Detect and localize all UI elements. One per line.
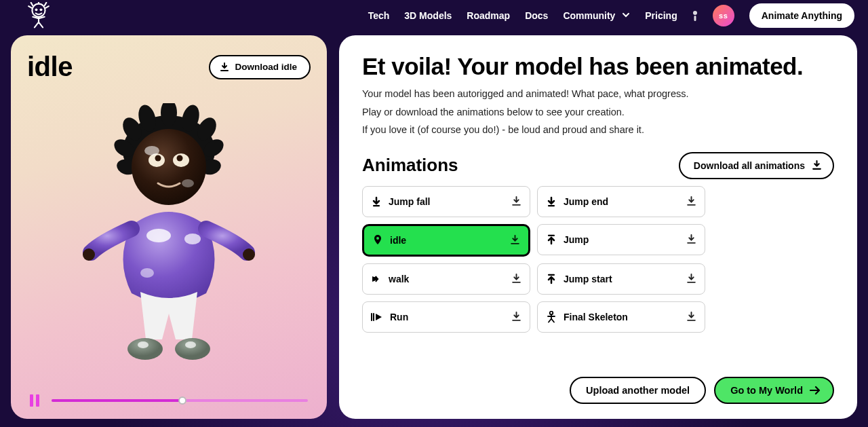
up-arrow-icon (546, 234, 557, 245)
download-icon (812, 160, 822, 170)
down-arrow-icon (371, 196, 382, 207)
nav-link-community[interactable]: Community (563, 10, 630, 21)
svg-point-24 (140, 268, 154, 278)
nav-link-docs[interactable]: Docs (525, 10, 548, 21)
animation-tile-label: idle (390, 235, 502, 246)
arrow-right-icon (810, 386, 821, 395)
person-icon (546, 311, 557, 323)
svg-point-21 (182, 179, 194, 187)
download-icon[interactable] (511, 312, 521, 322)
svg-point-26 (243, 248, 255, 261)
pause-button[interactable] (30, 394, 41, 407)
main: idle Download idle (0, 31, 868, 427)
svg-rect-31 (373, 205, 380, 206)
svg-rect-4 (694, 16, 696, 21)
svg-point-27 (127, 338, 163, 360)
animations-heading: Animations (362, 155, 458, 176)
svg-point-25 (83, 248, 95, 261)
animation-tile-label: Final Skeleton (564, 312, 679, 322)
svg-point-30 (185, 341, 196, 348)
nav-link-3dmodels[interactable]: 3D Models (404, 10, 452, 21)
animation-tile-label: Jump (564, 234, 679, 245)
pin-icon (372, 234, 383, 246)
animation-tile-label: Jump start (564, 274, 679, 284)
svg-point-18 (155, 155, 161, 162)
animation-tile-skeleton[interactable]: Final Skeleton (537, 301, 705, 333)
mascot-icon (16, 2, 61, 29)
svg-point-15 (132, 129, 206, 205)
animation-tile-idle[interactable]: idle (362, 224, 530, 257)
animate-anything-button[interactable]: Animate Anything (749, 3, 854, 28)
upload-another-button[interactable]: Upload another model (570, 377, 706, 404)
up-arrow-icon (546, 274, 557, 284)
top-nav: Tech 3D Models Roadmap Docs Community Pr… (0, 0, 868, 31)
animation-grid: Jump fallJump endidleJumpwalkJump startR… (362, 186, 834, 333)
download-icon[interactable] (686, 312, 696, 322)
svg-point-33 (376, 237, 379, 240)
notification-icon[interactable] (692, 10, 698, 21)
preview-stage[interactable] (11, 86, 327, 419)
results-panel: Et voila! Your model has been animated. … (339, 35, 857, 419)
animation-tile-jump-end[interactable]: Jump end (537, 186, 705, 217)
animation-tile-jump[interactable]: Jump (537, 224, 705, 255)
nav-link-tech[interactable]: Tech (368, 10, 390, 21)
download-icon[interactable] (686, 234, 696, 245)
animation-tile-jump-start[interactable]: Jump start (537, 263, 705, 295)
svg-point-28 (175, 338, 210, 360)
chevron-down-icon (622, 11, 630, 19)
download-icon[interactable] (511, 274, 521, 284)
panel-footer: Upload another model Go to My World (362, 377, 834, 404)
go-to-my-world-button[interactable]: Go to My World (714, 377, 834, 404)
svg-point-3 (693, 11, 697, 15)
panel-body: Your model has been autorigged and anima… (362, 86, 834, 140)
character-preview (67, 103, 271, 388)
download-current-label: Download idle (235, 62, 297, 72)
animation-tile-label: Run (390, 312, 504, 322)
svg-point-22 (146, 229, 171, 242)
svg-rect-35 (548, 274, 555, 276)
preview-card: idle Download idle (11, 35, 327, 419)
nav-link-roadmap[interactable]: Roadmap (467, 10, 510, 21)
download-icon[interactable] (686, 196, 696, 207)
svg-point-19 (177, 155, 183, 162)
animation-tile-run[interactable]: Run (362, 301, 530, 333)
download-current-button[interactable]: Download idle (209, 55, 311, 79)
logo[interactable] (16, 2, 61, 29)
timeline-slider[interactable] (52, 399, 308, 402)
nav-link-pricing[interactable]: Pricing (645, 10, 677, 21)
fast-right-icon (371, 312, 383, 322)
svg-point-1 (35, 8, 38, 11)
svg-point-29 (138, 341, 149, 348)
svg-point-2 (40, 8, 43, 11)
svg-point-23 (184, 234, 201, 244)
preview-title: idle (27, 52, 73, 82)
download-all-button[interactable]: Download all animations (679, 152, 834, 179)
animation-tile-label: walk (389, 274, 504, 284)
player-bar (11, 394, 327, 407)
animation-tile-label: Jump end (564, 196, 679, 207)
right-arrow-icon (371, 274, 382, 284)
animation-tile-walk[interactable]: walk (362, 263, 530, 295)
nav-links: Tech 3D Models Roadmap Docs Community Pr… (368, 3, 854, 28)
animation-tile-label: Jump fall (389, 196, 504, 207)
avatar[interactable]: ss (713, 5, 734, 26)
download-icon[interactable] (509, 235, 520, 246)
animation-tile-jump-fall[interactable]: Jump fall (362, 186, 530, 217)
svg-rect-34 (548, 235, 555, 236)
download-icon[interactable] (686, 274, 696, 284)
download-icon[interactable] (511, 196, 521, 207)
svg-point-20 (144, 146, 159, 155)
svg-rect-32 (548, 205, 555, 206)
download-icon (220, 62, 229, 72)
down-arrow-icon (546, 196, 557, 207)
panel-headline: Et voila! Your model has been animated. (362, 53, 834, 80)
